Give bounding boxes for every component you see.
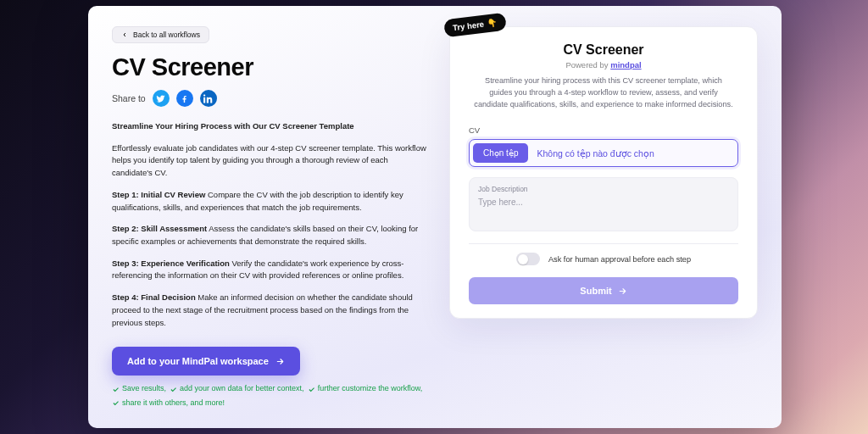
back-label: Back to all workflows [133,31,200,39]
share-row: Share to [112,90,427,107]
article-step: Step 3: Experience Verification Verify t… [112,258,427,282]
point-down-icon: 👇 [487,18,498,28]
widget-title: CV Screener [469,42,738,58]
article-step: Step 4: Final Decision Make an informed … [112,292,427,329]
benefit-item: further customize the workflow, [308,383,423,395]
article-step: Step 2: Skill Assessment Assess the cand… [112,223,427,248]
widget-column: Try here👇 CV Screener Powered by mindpal… [449,26,758,421]
cv-field-label: CV [469,125,738,135]
article-step: Step 1: Initial CV Review Compare the CV… [112,189,427,214]
facebook-icon [180,94,189,103]
approval-toggle[interactable] [516,253,540,265]
article-tagline: Streamline Your Hiring Process with Our … [112,121,354,131]
article-intro: Effortlessly evaluate job candidates wit… [112,142,427,180]
article-body: Streamline Your Hiring Process with Our … [112,120,427,329]
arrow-right-icon [275,357,285,366]
twitter-icon [156,94,165,103]
powered-by: Powered by mindpal [469,60,738,70]
widget-description: Streamline your hiring process with this… [469,75,738,110]
arrow-left-icon [121,31,128,38]
check-icon [170,386,177,393]
jd-input[interactable] [478,198,729,207]
share-facebook-button[interactable] [176,90,193,107]
file-status-text: Không có tệp nào được chọn [537,148,654,159]
workflow-card: CV Screener Powered by mindpal Streamlin… [449,26,758,319]
approval-toggle-row: Ask for human approval before each step [469,253,738,265]
page-title: CV Screener [112,53,427,81]
choose-file-button[interactable]: Chọn tệp [473,143,528,163]
benefit-item: share it with others, and more! [112,398,225,409]
cta-label: Add to your MindPal workspace [127,356,269,366]
jd-label: Job Description [478,185,729,193]
check-icon [112,386,120,393]
arrow-right-icon [618,287,627,296]
submit-label: Submit [580,286,611,296]
brand-link[interactable]: mindpal [610,60,641,70]
page-card: Back to all workflows CV Screener Share … [88,6,782,428]
share-label: Share to [112,93,146,103]
share-linkedin-button[interactable] [200,90,217,107]
benefit-item: add your own data for better context, [170,383,304,395]
app-background: Back to all workflows CV Screener Share … [0,0,868,434]
submit-button[interactable]: Submit [469,277,738,304]
job-description-field[interactable]: Job Description [469,177,738,231]
back-button[interactable]: Back to all workflows [112,26,209,43]
check-icon [308,386,315,393]
divider [469,243,738,244]
linkedin-icon [203,94,213,103]
main-column: Back to all workflows CV Screener Share … [112,26,427,421]
share-twitter-button[interactable] [153,90,170,107]
check-icon [112,399,120,407]
benefits-list: Save results, add your own data for bett… [112,383,427,409]
add-to-workspace-button[interactable]: Add to your MindPal workspace [112,347,300,376]
cv-file-picker[interactable]: Chọn tệp Không có tệp nào được chọn [469,139,738,167]
benefit-item: Save results, [112,383,166,395]
approval-toggle-label: Ask for human approval before each step [548,255,691,264]
